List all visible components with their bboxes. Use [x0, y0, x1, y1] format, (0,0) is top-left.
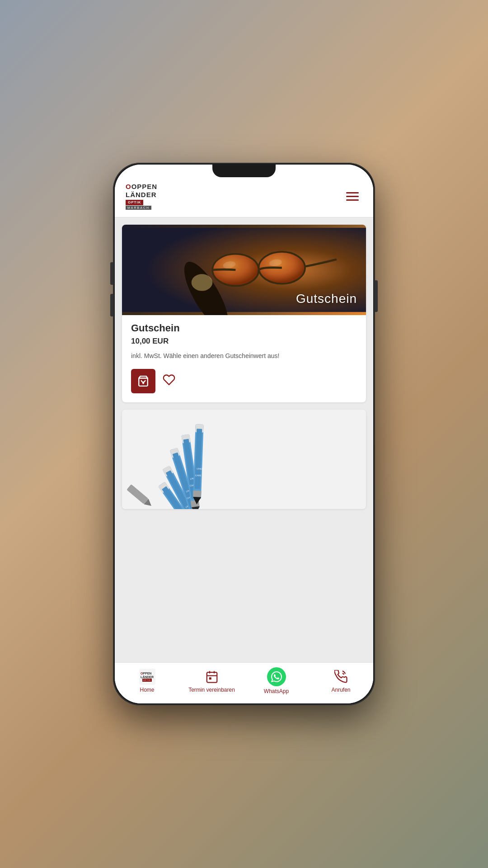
nav-label-call: Anrufen [331, 687, 350, 693]
product-actions [131, 369, 357, 393]
svg-text:CARE: CARE [195, 474, 202, 477]
product-card-gutschein: Gutschein Gutschein 10,00 EUR inkl. MwSt… [122, 225, 366, 402]
hamburger-line-1 [346, 192, 359, 193]
power-button [375, 280, 378, 312]
pencils-svg: LINER CARE LINER CARE [122, 410, 366, 509]
svg-rect-12 [122, 410, 366, 509]
phone-inner: OOPPEN LÄNDER OPTIK MARBACH [115, 165, 373, 703]
add-to-cart-button[interactable] [131, 369, 155, 393]
product-name: Gutschein [131, 322, 357, 334]
hamburger-menu-button[interactable] [343, 189, 362, 204]
svg-point-4 [192, 274, 213, 291]
heart-icon [163, 373, 175, 386]
hamburger-line-3 [346, 199, 359, 201]
home-logo-icon: OPPENLÄNDER OPTIK [139, 669, 155, 685]
product-hero-image: Gutschein [122, 225, 366, 315]
product-pencils-image: LINER CARE LINER CARE [122, 410, 366, 509]
calendar-icon [204, 669, 220, 685]
svg-rect-50 [206, 672, 217, 683]
nav-label-home: Home [140, 687, 154, 693]
product-description: inkl. MwSt. Wähle einen anderen Gutschei… [131, 351, 357, 361]
wishlist-button[interactable] [163, 373, 175, 389]
nav-label-whatsapp: WhatsApp [264, 688, 289, 694]
home-logo-badge: OPTIK [142, 679, 152, 682]
svg-rect-54 [209, 677, 211, 679]
volume-up-button [110, 262, 113, 285]
nav-item-home[interactable]: OPPENLÄNDER OPTIK Home [115, 669, 179, 693]
product-card-liner-care: LINER CARE LINER CARE [122, 410, 366, 509]
phone-frame: OOPPEN LÄNDER OPTIK MARBACH [113, 163, 375, 705]
phone-icon [333, 669, 349, 685]
nav-item-whatsapp[interactable]: WhatsApp [244, 667, 309, 694]
logo-sub: MARBACH [126, 206, 151, 210]
logo-line2: LÄNDER [126, 191, 157, 199]
notch [212, 165, 276, 177]
hero-text: Gutschein [296, 292, 357, 306]
bottom-navigation: OPPENLÄNDER OPTIK Home [115, 662, 373, 703]
logo-line1: OOPPEN [126, 183, 157, 191]
bottom-spacer [122, 516, 366, 521]
logo: OOPPEN LÄNDER OPTIK MARBACH [126, 183, 157, 210]
product-list: Gutschein Gutschein 10,00 EUR inkl. MwSt… [115, 217, 373, 662]
cart-icon [137, 375, 149, 387]
nav-item-call[interactable]: Anrufen [309, 669, 373, 693]
product-details-gutschein: Gutschein 10,00 EUR inkl. MwSt. Wähle ei… [122, 315, 366, 402]
volume-down-button [110, 294, 113, 316]
svg-rect-43 [193, 491, 201, 497]
whatsapp-icon [267, 667, 286, 686]
product-price: 10,00 EUR [131, 337, 357, 346]
svg-text:LINER: LINER [197, 467, 203, 470]
home-logo-text: OPPENLÄNDER [141, 672, 154, 679]
nav-label-appointment: Termin vereinbaren [188, 687, 235, 693]
hamburger-line-2 [346, 196, 359, 197]
nav-item-appointment[interactable]: Termin vereinbaren [179, 669, 244, 693]
app-content: OOPPEN LÄNDER OPTIK MARBACH [115, 165, 373, 703]
logo-badge: OPTIK [126, 200, 143, 205]
